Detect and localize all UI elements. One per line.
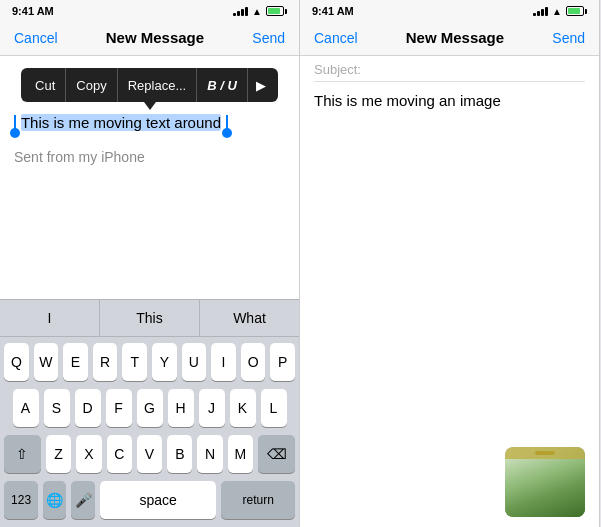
- globe-key[interactable]: 🌐: [43, 481, 66, 519]
- compose-text-left[interactable]: This is me moving text around: [14, 112, 285, 133]
- key-x[interactable]: X: [76, 435, 101, 473]
- key-o[interactable]: O: [241, 343, 266, 381]
- status-bar-right: 9:41 AM ▲: [300, 0, 599, 20]
- replace-button[interactable]: Replace...: [118, 68, 198, 102]
- mic-key[interactable]: 🎤: [71, 481, 94, 519]
- right-phone-panel: 9:41 AM ▲ Cancel New Message Send Subjec…: [300, 0, 600, 527]
- key-c[interactable]: C: [107, 435, 132, 473]
- sent-from-text: Sent from my iPhone: [14, 149, 285, 165]
- key-s[interactable]: S: [44, 389, 70, 427]
- nav-title-left: New Message: [106, 29, 204, 46]
- thumbnail-status-bar: [505, 447, 585, 459]
- key-a[interactable]: A: [13, 389, 39, 427]
- compose-area-left[interactable]: This is me moving text around Sent from …: [0, 102, 299, 299]
- cursor-right: [226, 115, 228, 133]
- image-thumbnail[interactable]: [505, 447, 585, 517]
- status-bar-left: 9:41 AM ▲: [0, 0, 299, 20]
- nav-bar-left: Cancel New Message Send: [0, 20, 299, 56]
- key-b[interactable]: B: [167, 435, 192, 473]
- status-icons-right: ▲: [533, 6, 587, 17]
- toolbar-arrow: [144, 102, 156, 110]
- battery-icon: [266, 6, 287, 16]
- nav-title-right: New Message: [406, 29, 504, 46]
- key-row-2: A S D F G H J K L: [4, 389, 295, 427]
- key-n[interactable]: N: [197, 435, 222, 473]
- space-key[interactable]: space: [100, 481, 217, 519]
- predictive-item-0[interactable]: I: [0, 300, 100, 336]
- key-e[interactable]: E: [63, 343, 88, 381]
- toolbar-more-arrow[interactable]: ▶: [248, 68, 274, 102]
- compose-area-right[interactable]: Subject: This is me moving an image: [300, 56, 599, 527]
- shift-key[interactable]: ⇧: [4, 435, 41, 473]
- key-f[interactable]: F: [106, 389, 132, 427]
- keyboard-area[interactable]: I This What Q W E R T Y U I O P A S: [0, 299, 299, 527]
- key-row-3: ⇧ Z X C V B N M ⌫: [4, 435, 295, 473]
- key-r[interactable]: R: [93, 343, 118, 381]
- subject-field[interactable]: Subject:: [314, 62, 585, 82]
- cursor-dot-left: [10, 128, 20, 138]
- key-w[interactable]: W: [34, 343, 59, 381]
- signal-icon: [233, 7, 248, 16]
- cut-button[interactable]: Cut: [25, 68, 66, 102]
- key-k[interactable]: K: [230, 389, 256, 427]
- right-compose-text[interactable]: This is me moving an image: [314, 90, 585, 111]
- key-g[interactable]: G: [137, 389, 163, 427]
- battery-icon-right: [566, 6, 587, 16]
- key-p[interactable]: P: [270, 343, 295, 381]
- return-key[interactable]: return: [221, 481, 295, 519]
- edit-toolbar: Cut Copy Replace... B / U ▶: [21, 68, 278, 102]
- key-z[interactable]: Z: [46, 435, 71, 473]
- key-t[interactable]: T: [122, 343, 147, 381]
- send-button-right[interactable]: Send: [552, 30, 585, 46]
- cursor-left: [14, 115, 16, 133]
- predictive-bar: I This What: [0, 299, 299, 337]
- selected-text[interactable]: This is me moving text around: [21, 114, 221, 131]
- cancel-button-right[interactable]: Cancel: [314, 30, 358, 46]
- left-phone-panel: 9:41 AM ▲ Cancel New Message Send Cut: [0, 0, 300, 527]
- format-button[interactable]: B / U: [197, 68, 248, 102]
- key-v[interactable]: V: [137, 435, 162, 473]
- key-h[interactable]: H: [168, 389, 194, 427]
- send-button-left[interactable]: Send: [252, 30, 285, 46]
- key-l[interactable]: L: [261, 389, 287, 427]
- key-q[interactable]: Q: [4, 343, 29, 381]
- nav-bar-right: Cancel New Message Send: [300, 20, 599, 56]
- status-icons-left: ▲: [233, 6, 287, 17]
- key-row-1: Q W E R T Y U I O P: [4, 343, 295, 381]
- key-d[interactable]: D: [75, 389, 101, 427]
- key-y[interactable]: Y: [152, 343, 177, 381]
- predictive-item-1[interactable]: This: [100, 300, 200, 336]
- key-i[interactable]: I: [211, 343, 236, 381]
- key-row-4: 123 🌐 🎤 space return: [4, 481, 295, 519]
- signal-icon-right: [533, 7, 548, 16]
- key-u[interactable]: U: [182, 343, 207, 381]
- key-m[interactable]: M: [228, 435, 253, 473]
- cursor-dot-right: [222, 128, 232, 138]
- wifi-icon-right: ▲: [552, 6, 562, 17]
- status-time-right: 9:41 AM: [312, 5, 354, 17]
- copy-button[interactable]: Copy: [66, 68, 117, 102]
- backspace-key[interactable]: ⌫: [258, 435, 295, 473]
- cancel-button-left[interactable]: Cancel: [14, 30, 58, 46]
- edit-toolbar-container: Cut Copy Replace... B / U ▶: [0, 62, 299, 102]
- status-time-left: 9:41 AM: [12, 5, 54, 17]
- numbers-key[interactable]: 123: [4, 481, 38, 519]
- wifi-icon: ▲: [252, 6, 262, 17]
- keyboard-rows: Q W E R T Y U I O P A S D F G H J K: [0, 337, 299, 527]
- key-j[interactable]: J: [199, 389, 225, 427]
- predictive-item-2[interactable]: What: [200, 300, 299, 336]
